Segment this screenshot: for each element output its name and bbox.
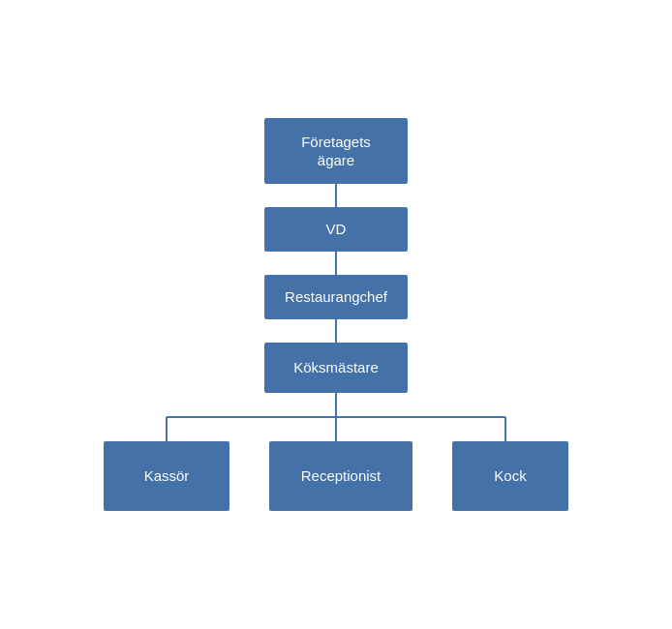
node-receptionist-label: Receptionist: [301, 466, 382, 486]
connector-vd-restaurangchef: [335, 252, 337, 275]
node-receptionist: Receptionist: [269, 441, 412, 511]
node-vd-label: VD: [326, 220, 347, 239]
node-owner-label: Företagets ägare: [301, 133, 371, 170]
node-koksmastare-label: Köksmästare: [293, 358, 379, 377]
node-kassor: Kassör: [104, 441, 229, 511]
node-owner: Företagets ägare: [264, 118, 408, 184]
branch-connector-svg: [104, 393, 568, 441]
node-vd: VD: [264, 207, 408, 252]
node-kassor-label: Kassör: [144, 466, 190, 486]
node-restaurangchef-label: Restaurangchef: [285, 287, 387, 307]
org-chart: Företagets ägare VD Restaurangchef Köksm…: [104, 118, 568, 511]
node-restaurangchef: Restaurangchef: [264, 275, 408, 319]
node-koksmastare: Köksmästare: [264, 343, 408, 393]
connector-restaurangchef-koksmastare: [335, 319, 337, 343]
connector-owner-vd: [335, 184, 337, 207]
node-kock-label: Kock: [494, 466, 526, 486]
node-kock: Kock: [452, 441, 568, 511]
